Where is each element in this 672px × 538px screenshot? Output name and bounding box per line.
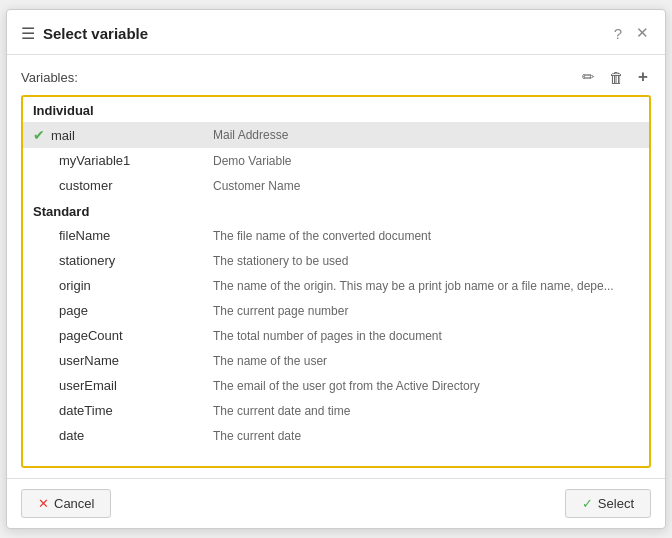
group-header: Standard <box>23 198 649 223</box>
variable-description: The email of the user got from the Activ… <box>203 373 649 398</box>
dialog-body: Variables: ✏ 🗑 + Individual✔mailMail Add… <box>7 55 665 478</box>
variable-name: userName <box>59 353 119 368</box>
cancel-label: Cancel <box>54 496 94 511</box>
select-button[interactable]: ✓ Select <box>565 489 651 518</box>
variable-description: The file name of the converted document <box>203 223 649 248</box>
table-row[interactable]: pageCountThe total number of pages in th… <box>23 323 649 348</box>
dialog-header: ☰ Select variable ? ✕ <box>7 10 665 55</box>
close-button[interactable]: ✕ <box>634 22 651 44</box>
variable-description: The current page number <box>203 298 649 323</box>
cancel-button[interactable]: ✕ Cancel <box>21 489 111 518</box>
dialog-header-icon: ☰ <box>21 24 35 43</box>
variable-name: stationery <box>59 253 115 268</box>
variable-description: Mail Addresse <box>203 122 649 148</box>
variable-name: page <box>59 303 88 318</box>
variables-label: Variables: <box>21 70 78 85</box>
variable-name: customer <box>59 178 112 193</box>
variable-description: The total number of pages in the documen… <box>203 323 649 348</box>
table-row[interactable]: dateThe current date <box>23 423 649 448</box>
table-row[interactable]: pageThe current page number <box>23 298 649 323</box>
dialog-footer: ✕ Cancel ✓ Select <box>7 478 665 528</box>
variable-description: The name of the origin. This may be a pr… <box>203 273 649 298</box>
select-icon: ✓ <box>582 496 593 511</box>
select-variable-dialog: ☰ Select variable ? ✕ Variables: ✏ 🗑 + I… <box>6 9 666 529</box>
table-row[interactable]: stationeryThe stationery to be used <box>23 248 649 273</box>
variable-description: The current date <box>203 423 649 448</box>
dialog-title: Select variable <box>43 25 604 42</box>
variable-description: Customer Name <box>203 173 649 198</box>
variable-name: mail <box>51 128 75 143</box>
variables-toolbar: ✏ 🗑 + <box>579 65 651 89</box>
variables-label-row: Variables: ✏ 🗑 + <box>21 65 651 89</box>
add-variable-button[interactable]: + <box>635 65 651 89</box>
variable-description: The name of the user <box>203 348 649 373</box>
table-row[interactable]: ✔mailMail Addresse <box>23 122 649 148</box>
table-row[interactable]: userEmailThe email of the user got from … <box>23 373 649 398</box>
table-row[interactable]: userNameThe name of the user <box>23 348 649 373</box>
variables-table-container: Individual✔mailMail AddressemyVariable1D… <box>21 95 651 468</box>
help-button[interactable]: ? <box>612 23 624 44</box>
table-row[interactable]: myVariable1Demo Variable <box>23 148 649 173</box>
cancel-icon: ✕ <box>38 496 49 511</box>
variable-name: pageCount <box>59 328 123 343</box>
edit-variable-button[interactable]: ✏ <box>579 66 598 88</box>
table-row[interactable]: originThe name of the origin. This may b… <box>23 273 649 298</box>
variable-name: myVariable1 <box>59 153 130 168</box>
variable-description: The stationery to be used <box>203 248 649 273</box>
variable-name: userEmail <box>59 378 117 393</box>
variables-table: Individual✔mailMail AddressemyVariable1D… <box>23 97 649 448</box>
select-label: Select <box>598 496 634 511</box>
variable-description: Demo Variable <box>203 148 649 173</box>
table-row[interactable]: customerCustomer Name <box>23 173 649 198</box>
variable-name: dateTime <box>59 403 113 418</box>
delete-variable-button[interactable]: 🗑 <box>606 67 627 88</box>
variable-description: The current date and time <box>203 398 649 423</box>
table-row[interactable]: dateTimeThe current date and time <box>23 398 649 423</box>
variable-name: date <box>59 428 84 443</box>
group-header: Individual <box>23 97 649 122</box>
variable-name: origin <box>59 278 91 293</box>
table-row[interactable]: fileNameThe file name of the converted d… <box>23 223 649 248</box>
dialog-header-actions: ? ✕ <box>612 22 651 44</box>
variable-name: fileName <box>59 228 110 243</box>
selected-check-icon: ✔ <box>33 127 45 143</box>
